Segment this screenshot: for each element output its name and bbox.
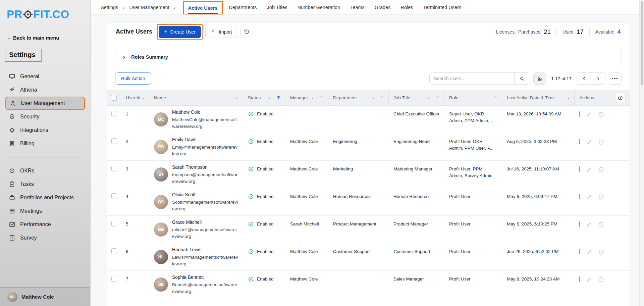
sidebar-item-athena[interactable]: Athena <box>5 83 85 97</box>
table-body: 1MCMatthew ColeMatthewCole@managementsof… <box>107 106 630 298</box>
column-header-job-title[interactable]: Job Title <box>389 90 444 105</box>
create-user-button[interactable]: + Create User <box>159 26 201 38</box>
roles-summary-toggle[interactable]: › Roles Summary <box>115 48 622 66</box>
tab-teams[interactable]: Teams <box>345 0 370 14</box>
sidebar-user[interactable]: MC Matthew Cole <box>0 287 90 306</box>
user-email: thompson@managemnetsoftwarereview.org <box>172 171 238 185</box>
row-checkbox[interactable] <box>111 221 117 226</box>
user-history-button[interactable] <box>598 249 604 255</box>
tab-label: Departments <box>229 5 257 10</box>
filter-lines-icon[interactable] <box>435 95 440 100</box>
status-enabled-icon <box>248 249 254 255</box>
add-column-button[interactable] <box>615 93 626 103</box>
column-header-department[interactable]: Department <box>328 90 389 105</box>
tab-number-generation[interactable]: Number Generation <box>292 0 345 14</box>
more-options-button[interactable]: ••• <box>609 72 622 85</box>
edit-user-button[interactable] <box>586 111 592 118</box>
user-history-button[interactable] <box>598 139 604 145</box>
calendar-icon <box>9 208 15 214</box>
sidebar-item-survey[interactable]: Survey <box>5 231 85 245</box>
sidebar-item-label: Meetings <box>20 208 42 214</box>
tab-label: Job Titles <box>267 5 287 10</box>
tab-job-titles[interactable]: Job Titles <box>262 0 292 14</box>
breadcrumb-item-user-management[interactable]: User Management <box>129 5 169 10</box>
filter-lines-icon[interactable] <box>493 95 498 100</box>
next-page-button[interactable] <box>591 73 605 84</box>
filter-lines-icon[interactable] <box>319 95 324 100</box>
page-scrollbar[interactable] <box>639 0 644 306</box>
search-button[interactable] <box>514 73 530 84</box>
users-table: User IdNameStatusManagerDepartmentJob Ti… <box>107 90 630 306</box>
sidebar-item-billing[interactable]: Billing <box>5 137 85 150</box>
scrollbar-thumb[interactable] <box>641 1 643 85</box>
purchased-count: 21 <box>544 28 551 36</box>
edit-user-button[interactable] <box>586 249 592 255</box>
previous-page-button[interactable] <box>577 73 591 84</box>
sidebar-item-portfolios-and-projects[interactable]: Portfolios and Projects <box>5 191 85 204</box>
licenses-label: Licenses: <box>496 29 516 35</box>
sidebar-item-okrs[interactable]: OKRs <box>5 164 85 177</box>
search-input[interactable] <box>430 73 514 84</box>
sidebar-item-meetings[interactable]: Meetings <box>5 204 85 218</box>
edit-user-button[interactable] <box>586 221 592 228</box>
row-checkbox[interactable] <box>111 166 117 171</box>
user-history-button[interactable] <box>598 194 604 200</box>
tab-terminated-users[interactable]: Terminated Users <box>418 0 467 14</box>
edit-user-button[interactable] <box>586 194 592 200</box>
tab-roles[interactable]: Roles <box>395 0 418 14</box>
user-email: Scott@managementsoftwarereview.org <box>172 199 238 212</box>
user-history-button[interactable] <box>598 166 604 173</box>
edit-user-button[interactable] <box>586 276 592 283</box>
edit-user-button[interactable] <box>586 139 592 145</box>
analytics-button[interactable] <box>533 72 546 85</box>
row-checkbox[interactable] <box>111 193 117 199</box>
select-all-checkbox[interactable] <box>111 95 117 101</box>
column-header-name[interactable]: Name <box>149 90 243 105</box>
sidebar-item-general[interactable]: General <box>5 70 85 83</box>
user-email: Lewis@managementsoftwarereview.org <box>172 254 238 267</box>
last-active-cell: Jul 16, 2025, 11:10:07 AM <box>502 161 575 188</box>
sidebar-item-user-management[interactable]: User Management <box>5 97 85 110</box>
sidebar-item-label: Security <box>20 114 40 120</box>
tab-active-users[interactable]: Active Users <box>183 1 223 14</box>
user-history-button[interactable] <box>598 111 604 118</box>
row-checkbox[interactable] <box>111 111 117 116</box>
row-checkbox[interactable] <box>111 276 117 282</box>
status-badge: Enabled <box>257 276 274 283</box>
column-header-status[interactable]: Status <box>243 90 285 105</box>
sidebar-item-security[interactable]: Security <box>5 110 85 123</box>
sidebar-item-label: Integrations <box>20 127 48 133</box>
breadcrumb-item-settings[interactable]: Settings <box>101 5 118 10</box>
row-checkbox[interactable] <box>111 138 117 144</box>
status-badge: Enabled <box>257 193 274 200</box>
user-history-button[interactable] <box>598 276 604 283</box>
user-history-button[interactable] <box>598 221 604 228</box>
user-id-cell: 3 <box>121 161 149 188</box>
filter-funnel-icon[interactable] <box>276 95 281 100</box>
column-header-manager[interactable]: Manager <box>285 90 328 105</box>
user-name: Sophia Bennett <box>172 274 238 281</box>
monitor-icon <box>9 73 15 80</box>
column-label: Job Title <box>393 95 410 100</box>
row-checkbox[interactable] <box>111 248 117 254</box>
import-button[interactable]: Import <box>205 26 237 38</box>
filter-lines-icon[interactable] <box>379 95 384 100</box>
briefcase-icon <box>9 194 15 201</box>
column-header-user-id[interactable]: User Id <box>121 90 149 105</box>
status-enabled-icon <box>248 276 254 282</box>
sidebar-item-integrations[interactable]: Integrations <box>5 123 85 137</box>
department-cell: Marketing <box>328 161 389 188</box>
tab-grades[interactable]: Grades <box>370 0 396 14</box>
edit-user-button[interactable] <box>586 166 592 173</box>
table-toolbar: Bulk Action <box>115 72 622 85</box>
sidebar-item-performance[interactable]: Performance <box>5 218 85 231</box>
job-title-cell: Sales Manager <box>389 271 444 298</box>
sidebar-item-label: Portfolios and Projects <box>20 195 74 201</box>
history-button[interactable] <box>240 26 253 38</box>
sidebar-item-tasks[interactable]: Tasks <box>5 177 85 191</box>
back-to-main-menu-link[interactable]: ←Back to main menu <box>7 35 84 41</box>
actions-cell <box>575 271 630 298</box>
tab-departments[interactable]: Departments <box>224 0 262 14</box>
column-header-last-active-date-time[interactable]: Last Active Date & Time <box>502 90 575 105</box>
bulk-action-button[interactable]: Bulk Action <box>115 72 151 85</box>
